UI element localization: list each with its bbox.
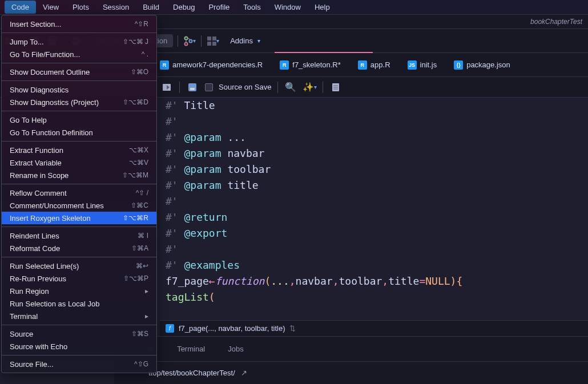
editor-line[interactable]: #' @param navbar bbox=[160, 145, 588, 161]
file-tab-label: f7_skeleton.R* bbox=[292, 60, 341, 69]
chevron-down-icon: ▾ bbox=[257, 38, 260, 44]
menu-item-shortcut: ⇧⌘C bbox=[131, 201, 148, 209]
menu-item-source-file[interactable]: Source File...^⇧G bbox=[2, 358, 156, 370]
code-menu-dropdown: Insert Section...^⇧RJump To...⇧⌥⌘ JGo To… bbox=[1, 15, 157, 373]
menu-item-comment-uncomment-lines[interactable]: Comment/Uncomment Lines⇧⌘C bbox=[2, 199, 156, 212]
menu-item-extract-variable[interactable]: Extract Variable⌥⌘V bbox=[2, 156, 156, 169]
menu-item-run-selection-as-local-job[interactable]: Run Selection as Local Job bbox=[2, 297, 156, 310]
source-on-save-checkbox[interactable] bbox=[205, 83, 213, 91]
menu-item-run-region[interactable]: Run Region bbox=[2, 285, 156, 297]
menu-item-rename-in-scope[interactable]: Rename in Scope⇧⌥⌘M bbox=[2, 169, 156, 181]
editor-line[interactable]: #' bbox=[160, 241, 588, 257]
working-directory-path: ttop/test/bookChapterTest/ bbox=[148, 369, 235, 377]
menu-item-show-document-outline[interactable]: Show Document Outline⇧⌘O bbox=[2, 66, 156, 78]
menu-item-reflow-comment[interactable]: Reflow Comment^⇧ / bbox=[2, 187, 156, 199]
menu-item-run-selected-line-s[interactable]: Run Selected Line(s)⌘↩ bbox=[2, 260, 156, 272]
menu-item-go-to-file-function[interactable]: Go To File/Function...^ . bbox=[2, 48, 156, 60]
console-tab-terminal[interactable]: Terminal bbox=[177, 345, 205, 353]
editor-line[interactable]: #' bbox=[160, 114, 588, 130]
menu-separator bbox=[2, 184, 156, 184]
menu-item-jump-to[interactable]: Jump To...⇧⌥⌘ J bbox=[2, 35, 156, 48]
menu-item-source-with-echo[interactable]: Source with Echo bbox=[2, 340, 156, 353]
svg-rect-13 bbox=[212, 37, 216, 41]
menu-item-insert-section[interactable]: Insert Section...^⇧R bbox=[2, 18, 156, 30]
menu-help[interactable]: Help bbox=[308, 1, 337, 14]
submenu-arrow-icon bbox=[145, 312, 148, 320]
menu-tools[interactable]: Tools bbox=[236, 1, 267, 14]
menu-item-shortcut: ⇧⌥⌘D bbox=[123, 98, 148, 106]
menu-window[interactable]: Window bbox=[268, 1, 308, 14]
menu-session[interactable]: Session bbox=[96, 1, 136, 14]
search-icon[interactable]: 🔍 bbox=[284, 80, 297, 94]
popout-icon[interactable] bbox=[160, 80, 174, 94]
addins-menu[interactable]: Addins ▾ bbox=[224, 34, 266, 47]
menu-item-label: Source File... bbox=[10, 360, 54, 369]
menu-item-label: Jump To... bbox=[10, 38, 44, 46]
menu-item-label: Show Diagnostics bbox=[10, 86, 69, 94]
active-tab-indicator bbox=[275, 52, 373, 53]
editor-line[interactable]: tagList( bbox=[160, 289, 588, 305]
menu-item-extract-function[interactable]: Extract Function⌥⌘X bbox=[2, 144, 156, 156]
menu-item-shortcut: ⇧⌥⌘M bbox=[122, 171, 148, 179]
menu-separator bbox=[2, 80, 156, 81]
file-tab[interactable]: JSinit.js bbox=[408, 60, 437, 70]
menu-build[interactable]: Build bbox=[136, 1, 166, 14]
menu-debug[interactable]: Debug bbox=[166, 1, 202, 14]
file-tab-label: init.js bbox=[420, 60, 437, 69]
version-control-icon[interactable]: ▾ bbox=[183, 34, 196, 48]
file-tab[interactable]: {}package.json bbox=[454, 60, 510, 70]
menu-item-shortcut: ⇧⌘S bbox=[131, 330, 148, 338]
svg-point-11 bbox=[189, 39, 192, 42]
notebook-icon[interactable] bbox=[329, 80, 343, 94]
menu-item-label: Reformat Code bbox=[10, 244, 60, 253]
editor-line[interactable]: f7_page ← function( ... , navbar, toolba… bbox=[160, 273, 588, 289]
menu-item-reformat-code[interactable]: Reformat Code⇧⌘A bbox=[2, 242, 156, 254]
popout-arrow-icon[interactable]: ↗ bbox=[241, 369, 247, 377]
file-tab-label: amework7-dependencies.R bbox=[172, 60, 263, 69]
console-tab-jobs[interactable]: Jobs bbox=[228, 345, 243, 353]
console-path-bar: ttop/test/bookChapterTest/ ↗ bbox=[114, 361, 588, 384]
editor-line[interactable]: #' @param toolbar bbox=[160, 161, 588, 177]
editor-line[interactable]: #' @examples bbox=[160, 257, 588, 273]
menu-item-re-run-previous[interactable]: Re-Run Previous⇧⌥⌘P bbox=[2, 272, 156, 285]
menu-separator bbox=[2, 141, 156, 142]
menu-item-shortcut: ⌘ I bbox=[138, 232, 148, 240]
grid-icon[interactable]: ▾ bbox=[206, 34, 220, 48]
menu-view[interactable]: View bbox=[36, 1, 66, 14]
menu-item-go-to-function-definition[interactable]: Go To Function Definition bbox=[2, 126, 156, 139]
editor-line[interactable]: #' @param title bbox=[160, 177, 588, 193]
menu-item-show-diagnostics[interactable]: Show Diagnostics bbox=[2, 83, 156, 96]
editor-line[interactable]: #' @export bbox=[160, 225, 588, 241]
file-tab[interactable]: Rf7_skeleton.R* bbox=[280, 60, 341, 70]
menu-separator bbox=[2, 111, 156, 111]
editor-line[interactable]: #' Title bbox=[160, 98, 588, 114]
menu-code[interactable]: Code bbox=[5, 1, 36, 14]
signature-text: f7_page(..., navbar, toolbar, title) bbox=[179, 324, 285, 333]
editor-line[interactable]: #' @param ... bbox=[160, 130, 588, 145]
menu-item-shortcut: ^⇧G bbox=[134, 360, 148, 368]
save-source-icon[interactable] bbox=[186, 80, 199, 94]
r-file-icon: R bbox=[280, 60, 289, 70]
code-editor[interactable]: #' Title#'#' @param ...#' @param navbar#… bbox=[160, 98, 588, 333]
menu-item-reindent-lines[interactable]: Reindent Lines⌘ I bbox=[2, 229, 156, 242]
editor-line[interactable]: #' bbox=[160, 193, 588, 209]
menu-item-insert-roxygen-skeleton[interactable]: Insert Roxygen Skeleton⇧⌥⌘R bbox=[2, 212, 156, 224]
menu-separator bbox=[2, 325, 156, 325]
file-tab[interactable]: Ramework7-dependencies.R bbox=[160, 60, 263, 70]
menu-item-label: Reflow Comment bbox=[10, 189, 67, 197]
wand-icon[interactable]: ✨▾ bbox=[303, 80, 317, 94]
menu-item-shortcut: ⇧⌥⌘R bbox=[123, 214, 148, 222]
menu-item-go-to-help[interactable]: Go To Help bbox=[2, 114, 156, 126]
file-tab[interactable]: Rapp.R bbox=[358, 60, 390, 70]
menu-item-show-diagnostics-project[interactable]: Show Diagnostics (Project)⇧⌥⌘D bbox=[2, 96, 156, 108]
menu-item-terminal[interactable]: Terminal bbox=[2, 310, 156, 322]
menu-item-label: Terminal bbox=[10, 312, 38, 321]
menu-item-shortcut: ⇧⌥⌘ J bbox=[123, 38, 148, 46]
signature-nav-icon[interactable]: ⇅ bbox=[289, 324, 296, 333]
menu-item-label: Re-Run Previous bbox=[10, 274, 66, 283]
menu-item-source[interactable]: Source⇧⌘S bbox=[2, 328, 156, 340]
editor-line[interactable]: #' @return bbox=[160, 209, 588, 225]
menu-profile[interactable]: Profile bbox=[202, 1, 236, 14]
menu-item-label: Run Selection as Local Job bbox=[10, 300, 100, 308]
menu-plots[interactable]: Plots bbox=[66, 1, 96, 14]
